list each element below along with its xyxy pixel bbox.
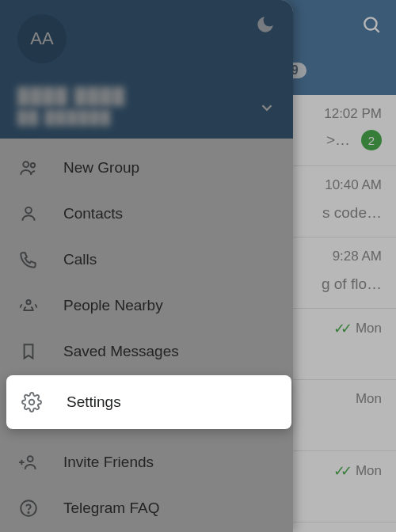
- svg-point-11: [29, 400, 35, 405]
- scrim-overlay[interactable]: [0, 0, 396, 532]
- menu-label: Settings: [67, 393, 121, 411]
- gear-icon: [21, 392, 43, 412]
- menu-item-settings[interactable]: Settings: [6, 375, 291, 429]
